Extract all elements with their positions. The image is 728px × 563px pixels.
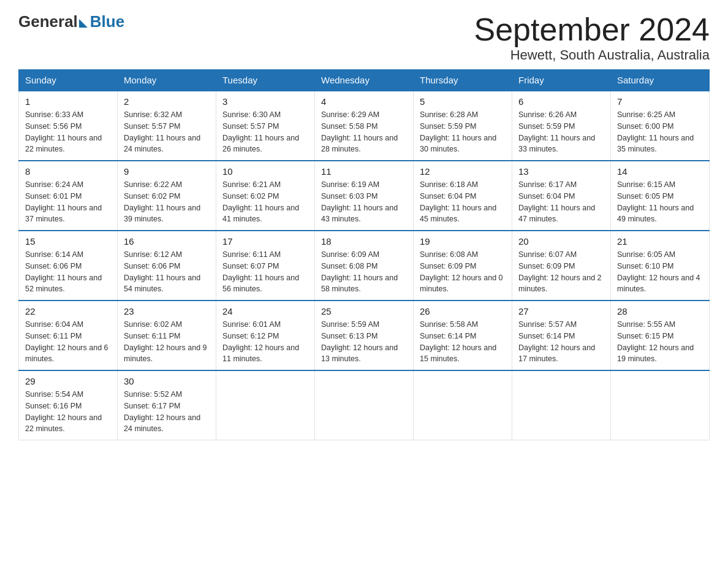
col-sunday: Sunday xyxy=(19,70,118,91)
table-row: 20Sunrise: 6:07 AMSunset: 6:09 PMDayligh… xyxy=(512,231,611,301)
day-info: Sunrise: 6:24 AMSunset: 6:01 PMDaylight:… xyxy=(25,179,111,225)
table-row: 22Sunrise: 6:04 AMSunset: 6:11 PMDayligh… xyxy=(19,301,118,370)
table-row: 29Sunrise: 5:54 AMSunset: 6:16 PMDayligh… xyxy=(19,370,118,440)
calendar-week-1: 1Sunrise: 6:33 AMSunset: 5:56 PMDaylight… xyxy=(19,91,710,161)
table-row xyxy=(216,370,315,440)
day-info: Sunrise: 6:12 AMSunset: 6:06 PMDaylight:… xyxy=(124,249,210,295)
table-row: 7Sunrise: 6:25 AMSunset: 6:00 PMDaylight… xyxy=(611,91,710,161)
day-number: 6 xyxy=(518,96,604,107)
day-number: 8 xyxy=(25,166,111,177)
table-row xyxy=(414,370,512,440)
day-info: Sunrise: 6:26 AMSunset: 5:59 PMDaylight:… xyxy=(518,109,604,155)
day-number: 18 xyxy=(321,236,407,247)
day-number: 5 xyxy=(420,96,506,107)
table-row: 27Sunrise: 5:57 AMSunset: 6:14 PMDayligh… xyxy=(512,301,611,370)
table-row: 15Sunrise: 6:14 AMSunset: 6:06 PMDayligh… xyxy=(19,231,118,301)
table-row xyxy=(512,370,611,440)
day-number: 22 xyxy=(25,306,111,316)
day-info: Sunrise: 6:02 AMSunset: 6:11 PMDaylight:… xyxy=(124,319,210,365)
table-row: 5Sunrise: 6:28 AMSunset: 5:59 PMDaylight… xyxy=(414,91,512,161)
logo-blue-text: Blue xyxy=(90,12,124,31)
logo: General Blue xyxy=(18,12,124,31)
table-row: 28Sunrise: 5:55 AMSunset: 6:15 PMDayligh… xyxy=(611,301,710,370)
day-number: 21 xyxy=(617,236,703,247)
table-row: 4Sunrise: 6:29 AMSunset: 5:58 PMDaylight… xyxy=(315,91,414,161)
table-row: 11Sunrise: 6:19 AMSunset: 6:03 PMDayligh… xyxy=(315,161,414,231)
page-header: General Blue September 2024 Hewett, Sout… xyxy=(18,12,710,63)
day-number: 30 xyxy=(124,376,210,386)
table-row: 19Sunrise: 6:08 AMSunset: 6:09 PMDayligh… xyxy=(414,231,512,301)
day-number: 14 xyxy=(617,166,703,177)
day-info: Sunrise: 6:11 AMSunset: 6:07 PMDaylight:… xyxy=(222,249,308,295)
day-number: 29 xyxy=(25,376,111,386)
day-number: 28 xyxy=(617,306,703,316)
day-info: Sunrise: 6:32 AMSunset: 5:57 PMDaylight:… xyxy=(124,109,210,155)
table-row: 16Sunrise: 6:12 AMSunset: 6:06 PMDayligh… xyxy=(118,231,216,301)
table-row: 8Sunrise: 6:24 AMSunset: 6:01 PMDaylight… xyxy=(19,161,118,231)
table-row xyxy=(611,370,710,440)
col-friday: Friday xyxy=(512,70,611,91)
col-thursday: Thursday xyxy=(414,70,512,91)
day-number: 24 xyxy=(222,306,308,316)
table-row: 3Sunrise: 6:30 AMSunset: 5:57 PMDaylight… xyxy=(216,91,315,161)
logo-triangle-icon xyxy=(79,19,88,28)
day-info: Sunrise: 6:33 AMSunset: 5:56 PMDaylight:… xyxy=(25,109,111,155)
day-number: 13 xyxy=(518,166,604,177)
table-row: 23Sunrise: 6:02 AMSunset: 6:11 PMDayligh… xyxy=(118,301,216,370)
day-info: Sunrise: 6:19 AMSunset: 6:03 PMDaylight:… xyxy=(321,179,407,225)
col-monday: Monday xyxy=(118,70,216,91)
day-info: Sunrise: 6:28 AMSunset: 5:59 PMDaylight:… xyxy=(420,109,506,155)
calendar-week-2: 8Sunrise: 6:24 AMSunset: 6:01 PMDaylight… xyxy=(19,161,710,231)
table-row: 18Sunrise: 6:09 AMSunset: 6:08 PMDayligh… xyxy=(315,231,414,301)
day-number: 16 xyxy=(124,236,210,247)
day-number: 25 xyxy=(321,306,407,316)
table-row: 9Sunrise: 6:22 AMSunset: 6:02 PMDaylight… xyxy=(118,161,216,231)
logo-general-text: General xyxy=(18,12,78,31)
day-number: 12 xyxy=(420,166,506,177)
table-row: 2Sunrise: 6:32 AMSunset: 5:57 PMDaylight… xyxy=(118,91,216,161)
table-row: 21Sunrise: 6:05 AMSunset: 6:10 PMDayligh… xyxy=(611,231,710,301)
day-info: Sunrise: 6:09 AMSunset: 6:08 PMDaylight:… xyxy=(321,249,407,295)
table-row: 13Sunrise: 6:17 AMSunset: 6:04 PMDayligh… xyxy=(512,161,611,231)
col-tuesday: Tuesday xyxy=(216,70,315,91)
table-row: 24Sunrise: 6:01 AMSunset: 6:12 PMDayligh… xyxy=(216,301,315,370)
calendar-week-4: 22Sunrise: 6:04 AMSunset: 6:11 PMDayligh… xyxy=(19,301,710,370)
day-info: Sunrise: 6:14 AMSunset: 6:06 PMDaylight:… xyxy=(25,249,111,295)
day-number: 1 xyxy=(25,96,111,107)
month-title: September 2024 xyxy=(474,12,710,47)
day-number: 2 xyxy=(124,96,210,107)
day-info: Sunrise: 6:30 AMSunset: 5:57 PMDaylight:… xyxy=(222,109,308,155)
day-info: Sunrise: 6:22 AMSunset: 6:02 PMDaylight:… xyxy=(124,179,210,225)
location-title: Hewett, South Australia, Australia xyxy=(474,47,710,63)
day-info: Sunrise: 6:04 AMSunset: 6:11 PMDaylight:… xyxy=(25,319,111,365)
day-info: Sunrise: 5:57 AMSunset: 6:14 PMDaylight:… xyxy=(518,319,604,365)
calendar-week-5: 29Sunrise: 5:54 AMSunset: 6:16 PMDayligh… xyxy=(19,370,710,440)
day-number: 10 xyxy=(222,166,308,177)
day-info: Sunrise: 5:54 AMSunset: 6:16 PMDaylight:… xyxy=(25,389,111,435)
table-row: 12Sunrise: 6:18 AMSunset: 6:04 PMDayligh… xyxy=(414,161,512,231)
day-number: 7 xyxy=(617,96,703,107)
table-row: 26Sunrise: 5:58 AMSunset: 6:14 PMDayligh… xyxy=(414,301,512,370)
calendar-table: Sunday Monday Tuesday Wednesday Thursday… xyxy=(18,69,710,440)
day-info: Sunrise: 5:55 AMSunset: 6:15 PMDaylight:… xyxy=(617,319,703,365)
day-number: 9 xyxy=(124,166,210,177)
table-row xyxy=(315,370,414,440)
day-info: Sunrise: 5:59 AMSunset: 6:13 PMDaylight:… xyxy=(321,319,407,365)
day-info: Sunrise: 5:52 AMSunset: 6:17 PMDaylight:… xyxy=(124,389,210,435)
day-info: Sunrise: 6:18 AMSunset: 6:04 PMDaylight:… xyxy=(420,179,506,225)
day-number: 20 xyxy=(518,236,604,247)
day-number: 26 xyxy=(420,306,506,316)
calendar-header-row: Sunday Monday Tuesday Wednesday Thursday… xyxy=(19,70,710,91)
day-number: 4 xyxy=(321,96,407,107)
day-number: 11 xyxy=(321,166,407,177)
calendar-week-3: 15Sunrise: 6:14 AMSunset: 6:06 PMDayligh… xyxy=(19,231,710,301)
day-info: Sunrise: 6:08 AMSunset: 6:09 PMDaylight:… xyxy=(420,249,506,295)
day-number: 19 xyxy=(420,236,506,247)
day-number: 17 xyxy=(222,236,308,247)
col-wednesday: Wednesday xyxy=(315,70,414,91)
day-number: 23 xyxy=(124,306,210,316)
table-row: 30Sunrise: 5:52 AMSunset: 6:17 PMDayligh… xyxy=(118,370,216,440)
day-info: Sunrise: 6:17 AMSunset: 6:04 PMDaylight:… xyxy=(518,179,604,225)
table-row: 25Sunrise: 5:59 AMSunset: 6:13 PMDayligh… xyxy=(315,301,414,370)
day-number: 27 xyxy=(518,306,604,316)
